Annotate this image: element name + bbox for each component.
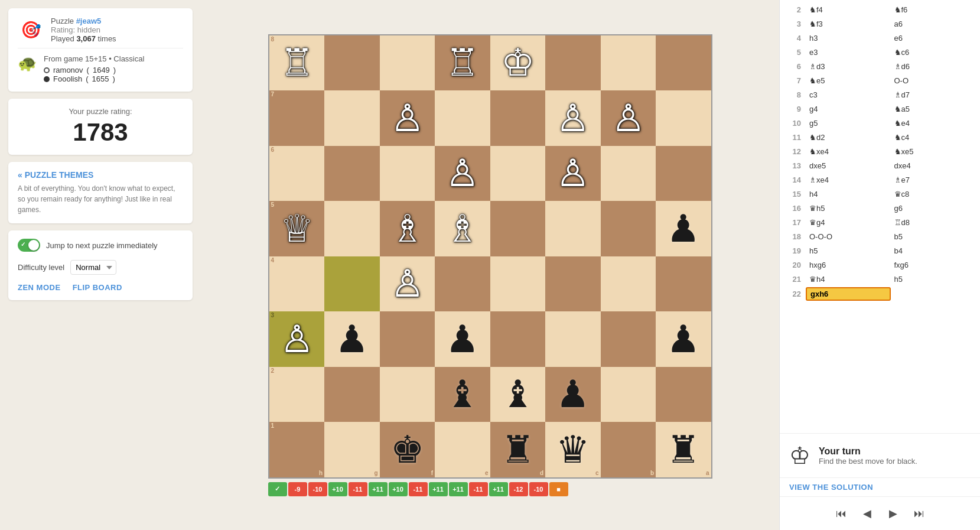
- square-e2[interactable]: ♝: [435, 367, 490, 422]
- square-h4[interactable]: 4: [269, 256, 325, 312]
- move-white-13[interactable]: dxe5: [806, 160, 891, 171]
- square-c7[interactable]: ♙: [545, 90, 601, 146]
- piece-white-R-e8[interactable]: ♖: [435, 35, 490, 91]
- move-white-15[interactable]: h4: [806, 188, 891, 200]
- move-white-19[interactable]: h5: [806, 245, 891, 256]
- square-a1[interactable]: a♜: [656, 422, 711, 477]
- move-black-17[interactable]: ♖d8: [891, 217, 976, 228]
- square-a8[interactable]: [656, 35, 711, 91]
- nav-last-button[interactable]: ⏭: [906, 503, 932, 524]
- square-e4[interactable]: [435, 256, 490, 312]
- move-black-15[interactable]: ♛c8: [891, 188, 976, 200]
- piece-black-P-c2[interactable]: ♟: [545, 367, 601, 422]
- square-e6[interactable]: ♙: [435, 146, 490, 201]
- move-black-2[interactable]: ♞f6: [891, 4, 976, 15]
- move-white-10[interactable]: g5: [806, 118, 891, 129]
- square-d1[interactable]: d♜: [490, 422, 546, 477]
- square-f7[interactable]: ♙: [380, 90, 435, 146]
- move-white-11[interactable]: ♞d2: [806, 132, 891, 143]
- square-c6[interactable]: ♙: [545, 146, 601, 201]
- square-c8[interactable]: [545, 35, 601, 91]
- square-e7[interactable]: [435, 90, 490, 146]
- square-e3[interactable]: ♟: [435, 311, 490, 367]
- move-black-20[interactable]: fxg6: [891, 259, 976, 271]
- square-b3[interactable]: [601, 311, 656, 367]
- move-black-4[interactable]: e6: [891, 32, 976, 44]
- square-g5[interactable]: [324, 201, 380, 256]
- piece-white-P-c6[interactable]: ♙: [545, 146, 601, 201]
- move-white-16[interactable]: ♛h5: [806, 203, 891, 214]
- piece-white-P-f7[interactable]: ♙: [380, 90, 435, 146]
- square-a5[interactable]: ♟: [656, 201, 711, 256]
- piece-black-P-a3[interactable]: ♟: [656, 311, 711, 367]
- square-f4[interactable]: ♙: [380, 256, 435, 312]
- eval-badge-9[interactable]: +11: [449, 482, 468, 496]
- square-b6[interactable]: [601, 146, 656, 201]
- square-f2[interactable]: [380, 367, 435, 422]
- move-black-16[interactable]: g6: [891, 203, 976, 214]
- square-c4[interactable]: [545, 256, 601, 312]
- square-c1[interactable]: c♛: [545, 422, 601, 477]
- square-f6[interactable]: [380, 146, 435, 201]
- chess-board[interactable]: 8♖♖♔7♙♙♙6♙♙5♕♗♗♟4♙3♙♟♟♟2♝♝♟1hgf♚ed♜c♛ba♜: [268, 34, 712, 479]
- move-white-3[interactable]: ♞f3: [806, 18, 891, 30]
- square-a6[interactable]: [656, 146, 711, 201]
- piece-white-P-f4[interactable]: ♙: [380, 256, 435, 312]
- piece-black-K-f1[interactable]: ♚: [380, 422, 435, 477]
- square-d4[interactable]: [490, 256, 546, 312]
- square-a7[interactable]: [656, 90, 711, 146]
- square-f3[interactable]: [380, 311, 435, 367]
- move-white-8[interactable]: c3: [806, 89, 891, 100]
- eval-badge-6[interactable]: +10: [389, 482, 408, 496]
- jump-toggle[interactable]: ✓: [18, 239, 40, 252]
- square-f1[interactable]: f♚: [380, 422, 435, 477]
- eval-badge-5[interactable]: +11: [369, 482, 388, 496]
- square-g8[interactable]: [324, 35, 380, 91]
- square-e1[interactable]: e: [435, 422, 490, 477]
- move-white-2[interactable]: ♞f4: [806, 4, 891, 15]
- eval-badge-1[interactable]: -9: [288, 482, 307, 496]
- square-h5[interactable]: 5♕: [269, 201, 325, 256]
- eval-badge-4[interactable]: -11: [349, 482, 367, 496]
- nav-next-button[interactable]: ▶: [880, 503, 906, 524]
- piece-white-Q-h5[interactable]: ♕: [269, 201, 325, 256]
- square-b2[interactable]: [601, 367, 656, 422]
- piece-black-Q-c1[interactable]: ♛: [545, 422, 601, 477]
- eval-badge-14[interactable]: ■: [549, 482, 568, 496]
- square-g6[interactable]: [324, 146, 380, 201]
- square-d7[interactable]: [490, 90, 546, 146]
- move-white-7[interactable]: ♞e5: [806, 75, 891, 86]
- square-h6[interactable]: 6: [269, 146, 325, 201]
- piece-white-P-b7[interactable]: ♙: [601, 90, 656, 146]
- nav-prev-button[interactable]: ◀: [854, 503, 880, 524]
- move-white-17[interactable]: ♛g4: [806, 217, 891, 228]
- square-d6[interactable]: [490, 146, 546, 201]
- move-black-3[interactable]: a6: [891, 18, 976, 30]
- piece-white-P-e6[interactable]: ♙: [435, 146, 490, 201]
- piece-white-K-d8[interactable]: ♔: [490, 35, 546, 91]
- square-b8[interactable]: [601, 35, 656, 91]
- piece-black-B-d2[interactable]: ♝: [490, 367, 546, 422]
- piece-black-P-a5[interactable]: ♟: [656, 201, 711, 256]
- move-white-9[interactable]: g4: [806, 103, 891, 115]
- zen-mode-link[interactable]: ZEN MODE: [18, 283, 61, 292]
- square-h3[interactable]: 3♙: [269, 311, 325, 367]
- piece-white-B-f5[interactable]: ♗: [380, 201, 435, 256]
- move-white-22[interactable]: gxh6: [806, 287, 891, 301]
- move-black-8[interactable]: ♗d7: [891, 89, 976, 100]
- move-black-14[interactable]: ♗e7: [891, 174, 976, 186]
- square-b7[interactable]: ♙: [601, 90, 656, 146]
- move-white-21[interactable]: ♛h4: [806, 274, 891, 285]
- square-a3[interactable]: ♟: [656, 311, 711, 367]
- square-a2[interactable]: [656, 367, 711, 422]
- square-g2[interactable]: [324, 367, 380, 422]
- piece-black-P-g3[interactable]: ♟: [324, 311, 380, 367]
- square-h7[interactable]: 7: [269, 90, 325, 146]
- square-d2[interactable]: ♝: [490, 367, 546, 422]
- eval-badge-8[interactable]: +11: [429, 482, 448, 496]
- move-white-12[interactable]: ♞xe4: [806, 146, 891, 157]
- square-d8[interactable]: ♔: [490, 35, 546, 91]
- move-white-14[interactable]: ♗xe4: [806, 174, 891, 186]
- square-b5[interactable]: [601, 201, 656, 256]
- move-black-21[interactable]: h5: [891, 274, 976, 285]
